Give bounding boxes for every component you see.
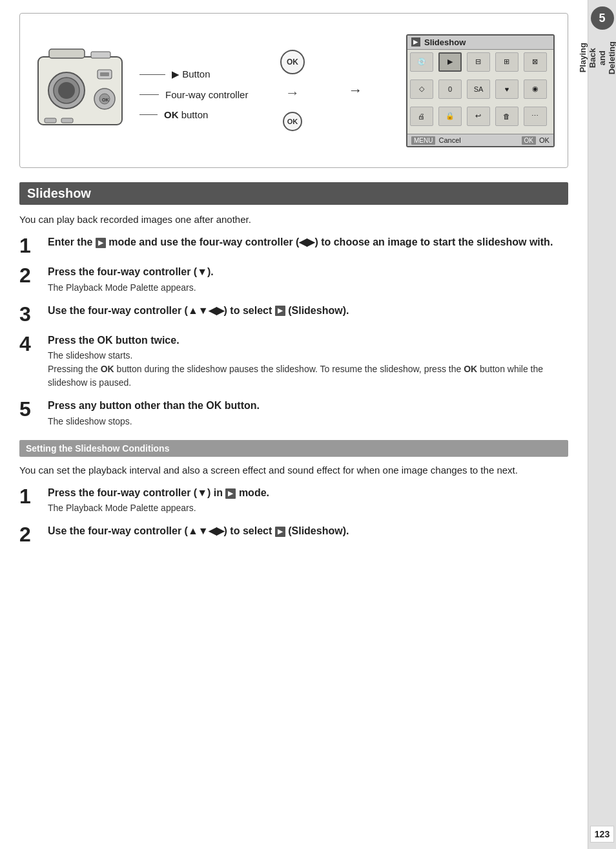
icon-cell-trash: 🗑 xyxy=(495,107,518,126)
main-content: OK ▶ Button Four-way controller OK butto… xyxy=(0,0,588,849)
four-way-label: Four-way controller xyxy=(139,89,248,100)
screen-icons-grid: 💿 ▶ ⊟ ⊞ ⊠ ◇ 0 SA ♥ ◉ 🖨 🔒 ↩ 🗑 ⋯ xyxy=(407,50,553,134)
icon-cell-eye: ◉ xyxy=(524,79,547,99)
section-title: Slideshow xyxy=(27,186,91,200)
icon-cell-filter: ⊟ xyxy=(467,52,490,72)
connector-labels: ▶ Button Four-way controller OK button xyxy=(139,68,248,120)
icon-cell-rotate: ↩ xyxy=(467,107,490,126)
step-5: 5 Press any button other than the OK but… xyxy=(19,399,568,428)
sub-step-2-title: Use the four-way controller (▲▼◀▶) to se… xyxy=(48,524,568,538)
step-3-title: Use the four-way controller (▲▼◀▶) to se… xyxy=(48,304,568,318)
step-3: 3 Use the four-way controller (▲▼◀▶) to … xyxy=(19,304,568,324)
step-4-sub: The slideshow starts. Pressing the OK bu… xyxy=(48,349,568,390)
screen-cancel-area: MENU Cancel xyxy=(411,136,461,144)
steps-list: 1 Enter the ▶ mode and use the four-way … xyxy=(19,235,568,428)
section-heading: Slideshow xyxy=(19,182,568,205)
step-1-content: Enter the ▶ mode and use the four-way co… xyxy=(48,235,568,251)
icon-cell-multi: ⊠ xyxy=(524,52,547,72)
camera-svg: OK xyxy=(33,37,133,144)
step-1-number: 1 xyxy=(19,235,48,256)
icon-cell-print: 🖨 xyxy=(410,107,433,126)
step-2-number: 2 xyxy=(19,265,48,286)
play-icon-sub2: ▶ xyxy=(275,527,285,537)
icon-cell-dots: ⋯ xyxy=(524,107,547,126)
step-4-content: Press the OK button twice. The slideshow… xyxy=(48,333,568,390)
screen-menu-btn: MENU xyxy=(411,136,435,145)
step-5-number: 5 xyxy=(19,399,48,419)
play-button-label: ▶ Button xyxy=(139,68,248,80)
intro-text: You can play back recorded images one af… xyxy=(19,214,568,225)
icon-cell-heart: ♥ xyxy=(495,79,518,99)
icon-cell-play: ▶ xyxy=(438,52,462,72)
screen-cancel-text: Cancel xyxy=(438,136,460,144)
icon-cell-sa: SA xyxy=(467,79,490,99)
screen-title: Slideshow xyxy=(424,37,466,47)
play-icon-1: ▶ xyxy=(96,238,106,248)
screen-ok-btn: OK xyxy=(522,136,536,145)
step-1-title: Enter the ▶ mode and use the four-way co… xyxy=(48,235,568,249)
step-2-title: Press the four-way controller (▼). xyxy=(48,265,568,279)
play-icon-sub1: ▶ xyxy=(225,488,236,499)
step-5-title: Press any button other than the OK butto… xyxy=(48,399,568,413)
ok-button-label: OK button xyxy=(139,109,248,120)
subsection-title: Setting the Slideshow Conditions xyxy=(26,443,169,454)
ok-circle-bottom: OK xyxy=(283,112,302,131)
screen-title-bar: ▶ Slideshow xyxy=(407,36,553,50)
sub-step-1-title: Press the four-way controller (▼) in ▶ m… xyxy=(48,486,568,500)
screen-ok-area: OK OK xyxy=(522,136,549,144)
icon-cell-zero: 0 xyxy=(438,79,462,99)
subsection-heading: Setting the Slideshow Conditions xyxy=(19,440,568,457)
step-4-title: Press the OK button twice. xyxy=(48,333,568,348)
play-icon-3: ▶ xyxy=(275,306,285,316)
step-3-number: 3 xyxy=(19,304,48,324)
screen-mockup: ▶ Slideshow 💿 ▶ ⊟ ⊞ ⊠ ◇ 0 SA ♥ ◉ 🖨 🔒 ↩ xyxy=(406,34,555,147)
svg-rect-11 xyxy=(45,118,56,123)
play-button-text: ▶ Button xyxy=(172,68,210,80)
step-2: 2 Press the four-way controller (▼). The… xyxy=(19,265,568,295)
sub-step-2: 2 Use the four-way controller (▲▼◀▶) to … xyxy=(19,524,568,545)
step-5-content: Press any button other than the OK butto… xyxy=(48,399,568,428)
ok-circle-top: OK xyxy=(280,50,305,74)
svg-text:OK: OK xyxy=(102,98,109,102)
icon-cell-grid: ⊞ xyxy=(495,52,518,72)
svg-point-3 xyxy=(58,82,75,99)
screen-bottom-bar: MENU Cancel OK OK xyxy=(407,134,553,146)
step-2-content: Press the four-way controller (▼). The P… xyxy=(48,265,568,295)
icon-cell-diamond: ◇ xyxy=(410,79,433,99)
svg-rect-7 xyxy=(100,72,109,76)
four-way-text: Four-way controller xyxy=(165,89,248,100)
svg-rect-4 xyxy=(49,49,85,58)
step-3-content: Use the four-way controller (▲▼◀▶) to se… xyxy=(48,304,568,320)
step-5-sub: The slideshow stops. xyxy=(48,415,568,428)
sidebar-label: Playing Back and Deleting Images xyxy=(578,41,616,74)
svg-rect-12 xyxy=(61,118,73,123)
step-1: 1 Enter the ▶ mode and use the four-way … xyxy=(19,235,568,256)
icon-cell-cd: 💿 xyxy=(410,52,433,72)
step-4-number: 4 xyxy=(19,333,48,354)
sub-step-2-content: Use the four-way controller (▲▼◀▶) to se… xyxy=(48,524,568,540)
sub-step-1: 1 Press the four-way controller (▼) in ▶… xyxy=(19,486,568,516)
page-number: 123 xyxy=(590,826,614,843)
svg-rect-5 xyxy=(91,52,110,58)
sub-step-1-number: 1 xyxy=(19,486,48,507)
right-sidebar: 5 Playing Back and Deleting Images 123 xyxy=(588,0,616,849)
step-4: 4 Press the OK button twice. The slidesh… xyxy=(19,333,568,390)
sub-step-1-content: Press the four-way controller (▼) in ▶ m… xyxy=(48,486,568,516)
sub-step-1-sub: The Playback Mode Palette appears. xyxy=(48,501,568,515)
subsection-steps: 1 Press the four-way controller (▼) in ▶… xyxy=(19,486,568,545)
subsection-intro: You can set the playback interval and al… xyxy=(19,465,568,476)
camera-diagram: OK ▶ Button Four-way controller OK butto… xyxy=(33,37,248,144)
screen-play-icon: ▶ xyxy=(411,37,420,47)
chapter-number: 5 xyxy=(591,6,614,30)
sub-step-2-number: 2 xyxy=(19,524,48,545)
ok-button-text: OK button xyxy=(164,109,208,120)
icon-cell-protect: 🔒 xyxy=(438,107,462,126)
step-2-sub: The Playback Mode Palette appears. xyxy=(48,281,568,295)
illustration-box: OK ▶ Button Four-way controller OK butto… xyxy=(19,13,568,168)
main-arrow: → xyxy=(348,82,362,99)
screen-ok-text: OK xyxy=(539,136,549,144)
ok-buttons-diagram: OK → OK xyxy=(280,50,305,131)
